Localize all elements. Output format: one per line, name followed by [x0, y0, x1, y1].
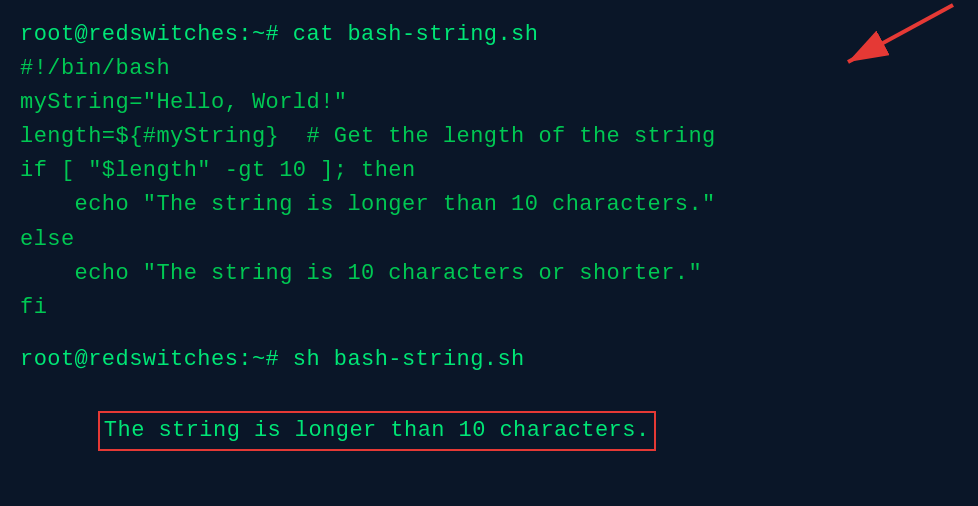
line-sh-command: root@redswitches:~# sh bash-string.sh [20, 343, 958, 377]
spacer-line [20, 325, 958, 343]
terminal-window: root@redswitches:~# cat bash-string.sh #… [0, 0, 978, 506]
highlighted-output: The string is longer than 10 characters. [98, 411, 656, 451]
svg-line-1 [848, 5, 953, 62]
terminal-content: root@redswitches:~# cat bash-string.sh #… [20, 18, 958, 506]
line-length: length=${#myString} # Get the length of … [20, 120, 958, 154]
line-if: if [ "$length" -gt 10 ]; then [20, 154, 958, 188]
line-output-highlighted: The string is longer than 10 characters. [20, 377, 958, 485]
line-mystring: myString="Hello, World!" [20, 86, 958, 120]
line-fi: fi [20, 291, 958, 325]
line-echo-shorter: echo "The string is 10 characters or sho… [20, 257, 958, 291]
line-echo-longer: echo "The string is longer than 10 chara… [20, 188, 958, 222]
line-else: else [20, 223, 958, 257]
line-final-prompt: root@redswitches:~# [20, 485, 958, 506]
arrow-icon [798, 0, 958, 80]
